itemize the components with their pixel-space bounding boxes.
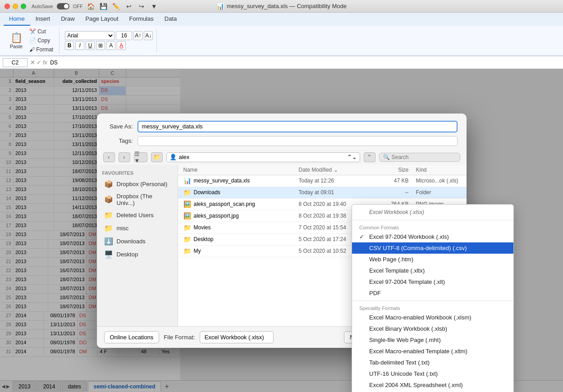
sidebar-item-misc[interactable]: 📁 misc [99,222,176,235]
downloads-icon: ⬇️ [104,237,113,246]
back-button[interactable]: ‹ [103,152,115,162]
divider [352,301,513,301]
tab-data[interactable]: Data [159,13,182,26]
more-icon[interactable]: ▼ [150,2,159,11]
tab-home[interactable]: Home [4,13,30,26]
font-size-decrease[interactable]: A↓ [144,31,153,40]
autosave-state: OFF [73,4,83,9]
font-size-increase[interactable]: A↑ [133,31,142,40]
confirm-formula-icon[interactable]: ✓ [37,59,41,66]
file-icon: 📊 [183,177,191,184]
search-box: 🔍 [379,153,460,162]
folder-icon: 📁 [183,189,191,196]
sidebar-item-deleted-users[interactable]: 📁 Deleted Users [99,209,176,222]
close-button[interactable] [5,4,10,9]
format-item-pdf[interactable]: PDF [352,287,513,299]
tags-label: Tags: [106,137,133,144]
list-item[interactable]: 📁 Downloads Today at 09:01 -- Folder [178,187,467,199]
redo-icon[interactable]: ↪ [137,2,146,11]
format-item[interactable]: UTF-16 Unicode Text (.txt) [352,368,513,379]
new-folder-toolbar-button[interactable]: 📁 [151,152,163,162]
underline-button[interactable]: U [86,41,95,50]
sidebar-item-dropbox-personal[interactable]: 📦 Dropbox (Personal) [99,178,176,191]
tab-insert[interactable]: Insert [30,13,56,26]
desktop-icon: 🖥️ [104,250,113,259]
traffic-lights [5,4,26,9]
tags-input[interactable] [137,136,458,146]
format-button[interactable]: 🖌 Format [27,46,55,54]
paste-button[interactable]: 📋 Paste [7,31,25,50]
list-item[interactable]: 📊 messy_survey_data.xls Today at 12:26 4… [178,175,467,187]
format-item[interactable]: Single-file Web Page (.mht) [352,334,513,346]
format-item[interactable]: Tab-delimited Text (.txt) [352,357,513,368]
font-group: Arial A↑ A↓ B I U ⊞ A A [61,29,157,52]
copy-button[interactable]: 📄 Copy [27,36,55,45]
search-input[interactable] [392,154,450,160]
cell-reference-input[interactable] [3,58,27,67]
tab-page-layout[interactable]: Page Layout [80,13,124,26]
online-locations-button[interactable]: Online Locations [104,331,160,343]
sidebar-item-label: Dropbox (Personal) [117,181,168,187]
location-select[interactable]: 👤 alex ⌃⌄ [166,152,360,162]
format-item[interactable]: Excel Macro-enabled Template (.xltm) [352,346,513,357]
col-header-date[interactable]: Date Modified ⌄ [295,167,376,173]
col-header-kind[interactable]: Kind [412,167,467,173]
fill-color-button[interactable]: A [106,41,115,50]
cancel-formula-icon[interactable]: ✕ [30,59,35,66]
file-name-text: aleks_passport_scan.png [194,201,255,207]
title-bar-center: 📊 messy_survey_data.xls — Compatibility … [216,3,347,10]
image-icon: 🖼️ [183,201,191,208]
file-format-select[interactable]: Excel Workbook (.xlsx) [200,331,274,343]
format-item[interactable]: Excel 97-2004 Workbook (.xls) [352,231,513,242]
tab-draw[interactable]: Draw [55,13,80,26]
sidebar-item-label: Downloads [117,238,146,245]
file-size: -- [376,189,412,196]
format-item[interactable]: Excel Template (.xltx) [352,265,513,276]
cut-button[interactable]: ✂️ Cut [27,27,55,36]
file-date: Today at 09:01 [295,189,376,196]
formula-input[interactable] [50,58,560,67]
sidebar-item-label: Dropbox (The Univ...) [117,193,170,206]
expand-button[interactable]: ⌃ [364,152,375,162]
file-icon: 📊 [216,3,224,10]
bold-button[interactable]: B [65,41,74,50]
file-kind: Microso...ok (.xls) [412,178,467,184]
edit-icon[interactable]: ✏️ [112,2,121,11]
filename-input[interactable] [137,121,458,132]
formula-bar: ✕ ✓ fx [0,56,563,69]
clipboard-group: 📋 Paste ✂️ Cut 📄 Copy 🖌 Format [4,27,60,54]
col-header-size[interactable]: Size [376,167,412,173]
sidebar-item-dropbox-univ[interactable]: 📦 Dropbox (The Univ...) [99,191,176,209]
file-name-cell: 📁 Desktop [178,236,295,243]
sidebar-item-downloads[interactable]: ⬇️ Downloads [99,235,176,248]
border-button[interactable]: ⊞ [96,41,105,50]
format-item[interactable]: Excel Macro-enabled Workbook (.xlsm) [352,312,513,323]
search-icon: 🔍 [383,154,390,160]
minimize-button[interactable] [13,4,18,9]
home-icon[interactable]: 🏠 [87,2,96,11]
file-size: 47 KB [376,178,412,184]
col-header-name[interactable]: Name [178,167,295,173]
sidebar-item-desktop[interactable]: 🖥️ Desktop [99,248,176,261]
tab-formulas[interactable]: Formulas [124,13,159,26]
format-item-csv-utf8[interactable]: CSV UTF-8 (Comma-delimited) (.csv) [352,242,513,254]
file-name-text: messy_survey_data.xls [194,178,250,184]
maximize-button[interactable] [21,4,26,9]
content-row: A B C 1 field_season date_collected spec… [0,69,563,392]
title-bar: AutoSave OFF 🏠 💾 ✏️ ↩ ↪ ▼ 📊 messy_survey… [0,0,563,13]
function-icon[interactable]: fx [43,59,47,66]
italic-button[interactable]: I [75,41,84,50]
save-icon[interactable]: 💾 [99,2,108,11]
format-item[interactable]: Excel 97-2004 Template (.xlt) [352,276,513,287]
folder-icon: 📁 [183,224,191,231]
autosave-toggle[interactable] [57,3,69,9]
format-item[interactable]: Excel 2004 XML Spreadsheet (.xml) [352,379,513,391]
forward-button[interactable]: › [119,152,130,162]
format-item[interactable]: Web Page (.htm) [352,254,513,265]
undo-icon[interactable]: ↩ [124,2,133,11]
format-item[interactable]: Excel Binary Workbook (.xlsb) [352,323,513,334]
font-size-input[interactable] [116,31,132,40]
font-name-select[interactable]: Arial [65,31,114,40]
font-color-button[interactable]: A [117,41,126,50]
view-menu-button[interactable]: ☰ ▼ [134,152,147,162]
